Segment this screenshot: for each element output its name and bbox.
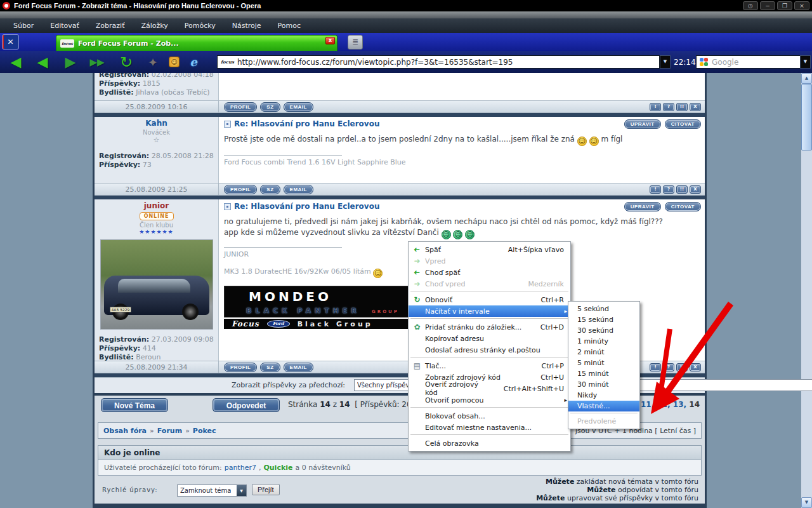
warn-button[interactable]: !! [676, 103, 688, 111]
back-icon[interactable]: ◀ [3, 51, 29, 73]
user-link-panther7[interactable]: panther7 [225, 464, 256, 472]
search-dropdown-icon[interactable]: ▼ [800, 55, 811, 69]
context-menu-item[interactable]: Kopírovať adresu [409, 333, 570, 344]
session-icon[interactable]: ◷ [743, 1, 758, 10]
upravit-button[interactable]: UPRAVIT [624, 119, 661, 129]
user-link-quickie[interactable]: Quickie [263, 464, 292, 472]
menubar-item[interactable]: Nástroje [224, 18, 270, 33]
minimize-icon[interactable]: − [760, 1, 775, 10]
panels-toggle-icon[interactable]: ✕ [2, 34, 19, 50]
upravit-button[interactable]: UPRAVIT [624, 202, 661, 211]
reload-icon[interactable]: ↻ [113, 51, 140, 73]
submenu-item[interactable]: 30 sekúnd [568, 325, 639, 336]
ford-logo-icon: Ford [267, 320, 290, 328]
submenu-item[interactable]: Nikdy [568, 390, 639, 401]
context-menu-item[interactable]: Obnoviť Ctrl+R [409, 294, 570, 305]
question-button[interactable]: ? [663, 185, 674, 194]
context-menu-item[interactable]: Tlač... Ctrl+P [409, 360, 570, 371]
breadcrumb-link-root[interactable]: Obsah fóra [103, 427, 147, 435]
notes-icon[interactable]: ≣ [348, 35, 363, 50]
restore-icon[interactable]: ❐ [777, 1, 792, 10]
email-button[interactable]: EMAIL [284, 363, 313, 372]
reload-icon [412, 294, 422, 305]
author-link[interactable]: Kahn [99, 119, 214, 128]
context-menu-item[interactable]: Editovať miestne nastavenia... [409, 422, 570, 433]
context-menu-item[interactable]: Overiť zdrojový kód Ctrl+Alt+Shift+U [409, 383, 570, 394]
rewind-icon[interactable]: ◀ [29, 51, 56, 73]
url-text[interactable]: http://www.ford-focus.cz/forum/viewtopic… [237, 58, 513, 67]
wand-icon[interactable]: ✦ [142, 51, 164, 73]
context-menu-item[interactable]: Celá obrazovka [409, 438, 570, 449]
context-menu-item[interactable]: Choď späť [409, 267, 570, 278]
menubar-item[interactable]: Pomôcky [176, 18, 224, 33]
tab-ford-focus-forum[interactable]: focus Ford Focus Forum - Zob... x [56, 35, 337, 51]
forward-icon[interactable]: ▶ [57, 51, 84, 73]
delete-button[interactable]: X [690, 103, 701, 111]
report-button[interactable]: ! [650, 363, 661, 371]
context-menu-item[interactable]: Choď vpred Medzerník [409, 278, 570, 290]
go-button[interactable]: Přejít [252, 484, 280, 495]
question-button[interactable]: ? [663, 363, 674, 371]
context-menu-item[interactable]: Odoslať adresu stránky el.poštou [409, 344, 570, 356]
profil-button[interactable]: PROFIL [224, 102, 257, 112]
ie-icon[interactable]: e [185, 53, 202, 70]
context-menu-item[interactable]: Späť Alt+Šípka vľavo [409, 244, 570, 255]
profil-button[interactable]: PROFIL [224, 363, 257, 372]
email-button[interactable]: EMAIL [284, 185, 313, 194]
submenu-item[interactable]: 30 minút [568, 379, 639, 390]
question-button[interactable]: ? [663, 103, 674, 111]
delete-button[interactable]: X [690, 185, 701, 194]
warn-button[interactable]: !! [676, 185, 688, 194]
breadcrumb-link-forum[interactable]: Forum [157, 427, 182, 435]
address-bar[interactable]: focus http://www.ford-focus.cz/forum/vie… [217, 55, 660, 69]
new-topic-button[interactable]: Nové Téma [101, 398, 168, 412]
context-menu-item[interactable]: Otvoriť pomocou ▸ [409, 394, 570, 406]
citovat-button[interactable]: CITOVAT [665, 119, 701, 129]
vertical-scrollbar[interactable]: ▲ ▼ [801, 73, 812, 508]
scroll-down-icon[interactable]: ▼ [801, 497, 812, 508]
fast-forward-icon[interactable]: ▶▶ [84, 51, 110, 73]
menubar-item[interactable]: Editovať [42, 18, 88, 33]
sz-button[interactable]: SZ [260, 185, 280, 194]
google-search-input[interactable]: Google [696, 55, 801, 69]
menubar-item[interactable]: Pomoc [270, 18, 309, 33]
context-menu-item[interactable]: Vpred [409, 255, 570, 267]
reply-button[interactable]: Odpovedet [213, 398, 280, 412]
scrollbar-thumb[interactable] [801, 84, 812, 150]
scroll-up-icon[interactable]: ▲ [801, 73, 812, 84]
delete-button[interactable]: X [690, 363, 701, 371]
author-link[interactable]: junior [99, 201, 214, 210]
basket-icon[interactable]: ☺ [169, 57, 180, 67]
context-menu-item[interactable]: Pridať stránku do záložiek... Ctrl+D [409, 321, 570, 333]
submenu-item[interactable]: 15 minút [568, 368, 639, 379]
menubar-item[interactable]: Zobraziť [88, 18, 133, 33]
menubar-item[interactable]: Záložky [133, 18, 176, 33]
pagination-links[interactable]: 0, 11, 12, 13, 14 [630, 400, 700, 409]
post-title[interactable]: Re: Hlasování pro Hanu Eclerovou [234, 202, 379, 211]
submenu-item[interactable]: 1 minúty [568, 336, 639, 347]
address-dropdown-icon[interactable]: ▼ [660, 55, 671, 69]
close-icon[interactable]: × [794, 1, 809, 10]
context-menu-item[interactable]: Načítať v intervale ▸ [409, 305, 570, 317]
location-label: Bydliště: [99, 353, 134, 361]
submenu-item[interactable]: Predvolené [568, 416, 639, 427]
report-button[interactable]: ! [650, 185, 661, 194]
submenu-item[interactable]: 2 minút [568, 347, 639, 358]
warn-button[interactable]: !! [676, 363, 688, 371]
profil-button[interactable]: PROFIL [224, 185, 257, 194]
submenu-item[interactable]: 5 sekúnd [568, 304, 639, 314]
quick-edit-select[interactable]: Zamknout téma ▼ [177, 485, 247, 497]
citovat-button[interactable]: CITOVAT [665, 202, 701, 211]
menubar-item[interactable]: Súbor [5, 18, 42, 33]
report-button[interactable]: ! [650, 103, 661, 111]
sz-button[interactable]: SZ [260, 102, 280, 112]
submenu-item[interactable]: 5 minút [568, 358, 639, 368]
submenu-item[interactable]: 15 sekúnd [568, 314, 639, 325]
submenu-item[interactable]: Vlastné... [568, 401, 639, 411]
email-button[interactable]: EMAIL [284, 102, 313, 112]
tab-close-icon[interactable]: x [325, 37, 335, 44]
breadcrumb-link-pokec[interactable]: Pokec [193, 427, 216, 435]
context-menu-item[interactable]: Blokovať obsah... [409, 410, 570, 422]
sz-button[interactable]: SZ [260, 363, 280, 372]
post-title[interactable]: Re: Hlasování pro Hanu Eclerovou [234, 119, 379, 128]
